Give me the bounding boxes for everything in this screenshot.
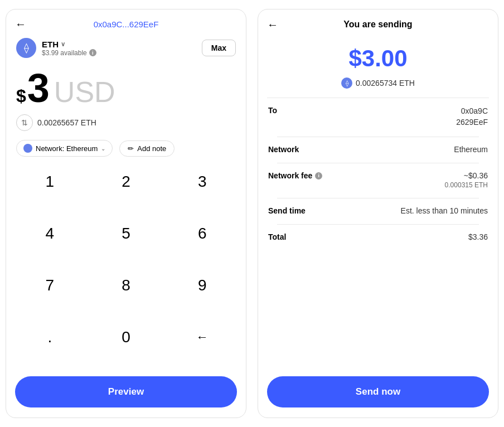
key-dot[interactable]: . bbox=[12, 320, 88, 355]
confirm-screen: ← You are sending $3.00 ⟠ 0.00265734 ETH… bbox=[258, 9, 498, 418]
add-note-button[interactable]: ✏ Add note bbox=[119, 140, 175, 157]
sending-amount: $3.00 bbox=[258, 36, 498, 74]
key-2[interactable]: 2 bbox=[88, 164, 164, 199]
address-link[interactable]: 0x0a9C...629EeF bbox=[94, 20, 159, 29]
key-5[interactable]: 5 bbox=[88, 216, 164, 251]
key-9[interactable]: 9 bbox=[164, 268, 240, 303]
token-chevron: ∨ bbox=[61, 41, 65, 48]
fee-label: Network fee bbox=[268, 171, 312, 180]
key-7[interactable]: 7 bbox=[12, 268, 88, 303]
to-address-line2: 2629EeF bbox=[456, 117, 488, 128]
total-label: Total bbox=[268, 232, 286, 241]
balance-info-icon[interactable]: i bbox=[89, 49, 96, 56]
token-info: ⟠ ETH ∨ $3.99 available i bbox=[16, 38, 96, 58]
pencil-icon: ✏ bbox=[128, 144, 134, 153]
token-name-label: ETH bbox=[42, 40, 59, 49]
screen2-title: You are sending bbox=[343, 20, 412, 30]
to-address: 0x0a9C 2629EeF bbox=[456, 106, 488, 128]
screen1-header: ← 0x0a9C...629EeF bbox=[6, 9, 246, 33]
network-label-confirm: Network bbox=[268, 145, 299, 154]
network-chevron-icon: ⌄ bbox=[101, 145, 105, 152]
send-screen: ← 0x0a9C...629EeF ⟠ ETH ∨ $3.99 availabl… bbox=[6, 9, 246, 418]
swap-icon[interactable]: ⇅ bbox=[16, 114, 33, 131]
sending-eth-row: ⟠ 0.00265734 ETH bbox=[258, 74, 498, 98]
fee-value-container: ~$0.36 0.000315 ETH bbox=[445, 171, 488, 189]
send-time-label: Send time bbox=[268, 206, 306, 215]
key-1[interactable]: 1 bbox=[12, 164, 88, 199]
send-time-row: Send time Est. less than 10 minutes bbox=[268, 206, 488, 215]
dollar-sign: $ bbox=[16, 86, 26, 106]
add-note-label: Add note bbox=[137, 144, 166, 153]
divider4 bbox=[277, 198, 479, 198]
network-value-confirm: Ethereum bbox=[454, 145, 488, 154]
send-now-button[interactable]: Send now bbox=[267, 376, 489, 407]
key-4[interactable]: 4 bbox=[12, 216, 88, 251]
divider2 bbox=[277, 137, 479, 137]
sending-usd: $3.00 bbox=[267, 45, 489, 72]
network-icon bbox=[23, 144, 32, 153]
fee-value: ~$0.36 bbox=[445, 171, 488, 180]
eth-equiv-text: 0.00265657 ETH bbox=[37, 118, 96, 127]
to-row: To 0x0a9C 2629EeF bbox=[268, 106, 488, 128]
send-time-value: Est. less than 10 minutes bbox=[401, 206, 488, 215]
network-label: Network: Ethereum bbox=[36, 144, 98, 153]
key-8[interactable]: 8 bbox=[88, 268, 164, 303]
amount-currency: USD bbox=[54, 75, 115, 109]
amount-display: $ 3 USD bbox=[6, 62, 246, 111]
eth-icon: ⟠ bbox=[16, 38, 36, 58]
key-backspace[interactable]: ← bbox=[164, 320, 240, 355]
fee-label-container: Network fee i bbox=[268, 171, 322, 180]
to-label: To bbox=[268, 106, 277, 115]
total-row: Total $3.36 bbox=[268, 232, 488, 241]
token-row: ⟠ ETH ∨ $3.99 available i Max bbox=[6, 33, 246, 62]
confirm-back-button[interactable]: ← bbox=[267, 18, 278, 31]
network-row-confirm: Network Ethereum bbox=[268, 145, 488, 154]
token-balance: $3.99 available i bbox=[42, 49, 96, 57]
network-selector[interactable]: Network: Ethereum ⌄ bbox=[16, 140, 113, 157]
keypad: 1 2 3 4 5 6 7 8 9 . 0 ← bbox=[6, 164, 246, 372]
screen2-header: ← You are sending bbox=[258, 9, 498, 36]
amount-number: 3 bbox=[27, 68, 50, 108]
detail-section: To 0x0a9C 2629EeF Network Ethereum Netwo… bbox=[258, 98, 498, 258]
sending-eth-text: 0.00265734 ETH bbox=[356, 79, 415, 88]
sending-eth-icon: ⟠ bbox=[341, 77, 352, 89]
back-button[interactable]: ← bbox=[15, 18, 26, 31]
fee-eth-value: 0.000315 ETH bbox=[445, 181, 488, 189]
total-value: $3.36 bbox=[468, 232, 488, 241]
token-name-row[interactable]: ETH ∨ bbox=[42, 40, 96, 49]
token-details: ETH ∨ $3.99 available i bbox=[42, 40, 96, 57]
preview-button[interactable]: Preview bbox=[15, 376, 237, 407]
network-row: Network: Ethereum ⌄ ✏ Add note bbox=[6, 137, 246, 164]
divider5 bbox=[277, 224, 479, 225]
to-address-line1: 0x0a9C bbox=[456, 106, 488, 117]
fee-info-icon[interactable]: i bbox=[315, 172, 322, 179]
eth-equiv-row: ⇅ 0.00265657 ETH bbox=[6, 111, 246, 137]
key-3[interactable]: 3 bbox=[164, 164, 240, 199]
key-6[interactable]: 6 bbox=[164, 216, 240, 251]
divider3 bbox=[277, 163, 479, 163]
spacer bbox=[258, 258, 498, 372]
key-0[interactable]: 0 bbox=[88, 320, 164, 355]
fee-row: Network fee i ~$0.36 0.000315 ETH bbox=[268, 171, 488, 189]
max-button[interactable]: Max bbox=[202, 40, 236, 56]
